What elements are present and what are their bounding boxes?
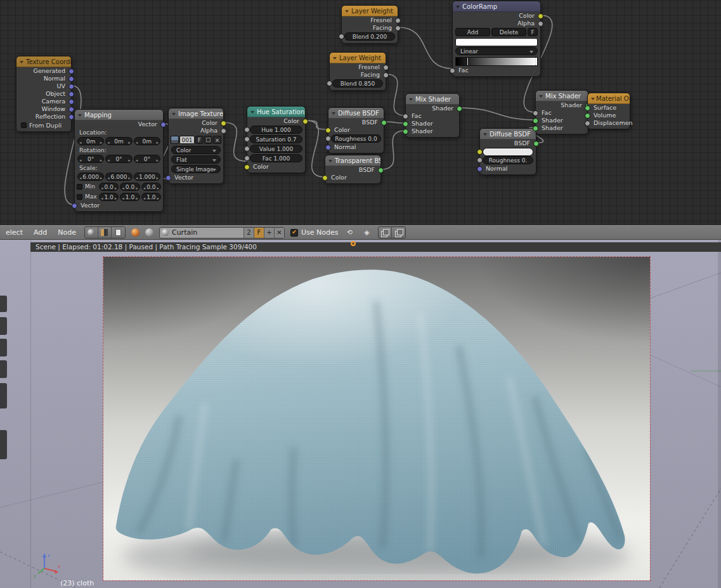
paste-nodes-icon[interactable] — [392, 227, 405, 238]
node-layer-weight-1[interactable]: Layer Weight Fresnel Facing Blend 0.200 — [341, 5, 398, 44]
node-header[interactable]: Transparent BSD — [325, 155, 380, 166]
auto-render-icon[interactable]: ⟲ — [344, 228, 355, 238]
socket-color-out[interactable] — [221, 121, 226, 126]
node-layer-weight-2[interactable]: Layer Weight Fresnel Facing Blend 0.850 — [329, 52, 386, 91]
add-stop-button[interactable]: Add — [455, 28, 490, 36]
socket-shader2-in[interactable] — [403, 129, 408, 134]
menu-select[interactable]: elect — [3, 228, 25, 237]
socket-color-in[interactable] — [477, 149, 483, 155]
value-slider[interactable]: Value 1.000 — [250, 145, 302, 153]
socket-vector-in[interactable] — [166, 175, 171, 181]
socket-color-in[interactable] — [325, 127, 331, 133]
node-header[interactable]: Mix Shader — [536, 91, 588, 101]
socket-alpha-out[interactable] — [221, 128, 226, 134]
max-z-field[interactable]: 1.0 — [141, 193, 161, 201]
location-x-field[interactable]: 0m — [77, 137, 104, 145]
node-header[interactable]: Texture Coordina — [16, 56, 71, 67]
node-header[interactable]: Material Out — [588, 93, 630, 104]
node-transparent-bsdf[interactable]: Transparent BSD BSDF Color — [325, 155, 381, 184]
scale-z-field[interactable]: 1.000 — [134, 173, 160, 181]
new-material-button[interactable]: + — [264, 227, 274, 238]
socket-color-out[interactable] — [538, 13, 543, 19]
node-header[interactable]: Mix Shader — [406, 94, 459, 105]
panel-tab[interactable] — [0, 339, 7, 356]
colorramp-gradient[interactable] — [455, 57, 538, 66]
node-mix-shader-2[interactable]: Mix Shader Shader Fac Shader Shader — [535, 90, 588, 134]
rotation-x-field[interactable]: 0° — [77, 155, 104, 163]
node-header[interactable]: Layer Weight — [342, 6, 398, 16]
fac-slider[interactable]: Fac 1.000 — [250, 154, 302, 162]
socket-roughness[interactable] — [477, 157, 483, 163]
unlink-image-button[interactable]: × — [213, 136, 221, 144]
blend-slider[interactable]: Blend 0.200 — [344, 32, 395, 41]
min-z-field[interactable]: 0.0 — [141, 183, 161, 191]
world-icon[interactable] — [145, 228, 153, 237]
socket-camera[interactable] — [68, 99, 74, 105]
node-colorramp[interactable]: ColorRamp Color Alpha Add Delete F Linea… — [452, 1, 541, 77]
min-y-field[interactable]: 0.0 — [120, 183, 140, 191]
socket-bsdf-out[interactable] — [381, 120, 387, 126]
socket-fac-in[interactable] — [403, 114, 408, 119]
socket-shader1-in[interactable] — [403, 121, 408, 127]
min-x-field[interactable]: 0.0 — [99, 183, 119, 191]
shader-type-texture-button[interactable] — [98, 227, 112, 238]
socket-fac[interactable] — [244, 155, 250, 161]
image-fake-user-button[interactable]: F — [195, 136, 204, 144]
node-mix-shader-1[interactable]: Mix Shader Shader Fac Shader Shader — [405, 93, 460, 138]
active-color-swatch[interactable] — [455, 38, 538, 46]
node-mapping[interactable]: Mapping Vector Location: 0m 0m 0m Rotati… — [74, 109, 164, 212]
scale-x-field[interactable]: 6.000 — [77, 173, 104, 181]
node-hue-saturation[interactable]: Hue Saturation V Color Hue 1.000 Saturat… — [247, 106, 306, 173]
projection-dropdown[interactable]: Flat — [171, 155, 221, 164]
panel-tab[interactable] — [0, 430, 7, 459]
panel-tab[interactable] — [0, 383, 7, 408]
shader-type-object-button[interactable] — [85, 227, 98, 238]
socket-vector-in[interactable] — [72, 203, 77, 209]
flip-button[interactable]: F — [528, 28, 538, 36]
socket-fac-in[interactable] — [450, 68, 455, 74]
scale-y-field[interactable]: 6.000 — [105, 173, 132, 181]
from-dupli-checkbox[interactable] — [21, 122, 27, 128]
rotation-z-field[interactable]: 0° — [134, 155, 160, 163]
socket-fac-in[interactable] — [533, 110, 538, 116]
socket-volume-in[interactable] — [585, 113, 590, 119]
socket-bsdf-out[interactable] — [378, 167, 384, 173]
node-header[interactable]: Diffuse BSDF — [328, 108, 384, 119]
node-editor-canvas[interactable]: Texture Coordina Generated Normal UV Obj… — [0, 0, 721, 225]
socket-shader-out[interactable] — [457, 106, 462, 112]
max-x-field[interactable]: 1.0 — [99, 193, 119, 201]
socket-color-in[interactable] — [322, 175, 328, 181]
snap-icon[interactable]: ◈ — [361, 228, 372, 238]
pack-image-icon[interactable] — [204, 136, 212, 144]
delete-stop-button[interactable]: Delete — [491, 28, 526, 36]
copy-nodes-icon[interactable] — [379, 227, 392, 238]
location-y-field[interactable]: 0m — [105, 137, 132, 145]
menu-add[interactable]: Add — [31, 228, 49, 237]
fake-user-button[interactable]: F — [254, 227, 264, 238]
socket-hue[interactable] — [244, 127, 250, 133]
colorspace-dropdown[interactable]: Color — [171, 146, 221, 154]
node-material-output[interactable]: Material Out Surface Volume Displacemen — [587, 93, 630, 129]
panel-tab[interactable] — [0, 317, 7, 335]
hue-slider[interactable]: Hue 1.000 — [250, 126, 302, 134]
node-image-texture[interactable]: Image Texture Color Alpha 001 F × Color … — [168, 108, 224, 184]
socket-surface-in[interactable] — [585, 105, 590, 111]
node-header[interactable]: Diffuse BSDF — [480, 129, 536, 140]
node-header[interactable]: Hue Saturation V — [247, 107, 305, 117]
node-diffuse-bsdf-1[interactable]: Diffuse BSDF BSDF Color Roughness 0.0 No… — [328, 107, 384, 154]
socket-facing[interactable] — [395, 25, 401, 31]
socket-facing[interactable] — [383, 72, 389, 78]
image-name-field[interactable]: 001 — [179, 136, 195, 144]
socket-normal-in[interactable] — [325, 145, 331, 150]
panel-tab[interactable] — [0, 360, 7, 378]
unlink-material-button[interactable]: ✕ — [274, 227, 284, 238]
socket-generated[interactable] — [68, 69, 74, 74]
roughness-slider[interactable]: Roughness 0. — [483, 156, 533, 164]
panel-tab[interactable] — [0, 296, 7, 312]
use-nodes-checkbox[interactable]: Use Nodes — [290, 228, 339, 237]
source-dropdown[interactable]: Single Image — [171, 165, 221, 173]
socket-reflection[interactable] — [68, 114, 74, 120]
max-checkbox[interactable] — [77, 194, 82, 200]
socket-window[interactable] — [68, 107, 74, 112]
socket-blend[interactable] — [339, 34, 344, 39]
